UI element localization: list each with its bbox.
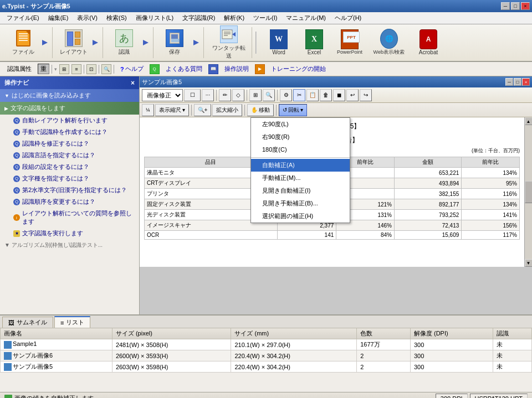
menu-view[interactable]: 表示(V) xyxy=(73,13,102,23)
layout-label: レイアウト xyxy=(60,48,88,56)
ops-section-2[interactable]: ▶ 文字の認識をします xyxy=(0,102,139,115)
ops-item-2-bullet: Q xyxy=(13,141,20,147)
ops-item-9-label: 文字認識を実行します xyxy=(22,229,83,237)
dd-item-manualcorrect[interactable]: 手動補正(M)... xyxy=(251,172,350,184)
sub-train-icon[interactable]: ▶ xyxy=(255,64,265,74)
img-recog-btn[interactable]: ⊞ xyxy=(249,89,262,101)
acrobat-button[interactable]: A Acrobat xyxy=(413,28,444,57)
maximize-button[interactable]: □ xyxy=(511,2,520,10)
title-bar: e.Typist - サンプル画像5 ─ □ × xyxy=(0,0,532,12)
img-maximize-btn[interactable]: □ xyxy=(514,78,521,86)
img-scale-btn[interactable]: 表示縮尺 ▾ xyxy=(155,104,189,116)
img-tool7-btn[interactable]: ↪ xyxy=(360,89,372,101)
tab-list[interactable]: ≡ リスト xyxy=(54,316,90,328)
image-mode-select[interactable]: 画像修正 xyxy=(142,89,183,101)
sub-view-btn[interactable]: ⊡ xyxy=(86,64,96,74)
img-tool1-btn[interactable]: ⚙ xyxy=(280,89,292,101)
rotate-dropdown-icon: ▾ xyxy=(300,107,303,113)
list-item[interactable]: Sample12481(W) × 3508(H)210.1(W) × 297.0… xyxy=(1,339,532,350)
dd-item-autocorrect[interactable]: 自動補正(A) xyxy=(251,159,350,172)
menu-edit[interactable]: 編集(E) xyxy=(44,13,73,23)
img-zoom-btn[interactable]: 🔍 xyxy=(263,89,275,101)
img-tool4-btn[interactable]: 🗑 xyxy=(320,89,332,101)
ops-item-7[interactable]: Q 認識順序を変更するには？ xyxy=(0,196,139,208)
menu-imagelist[interactable]: 画像リスト(L) xyxy=(131,13,178,23)
web-button[interactable]: 🌐 Web表示/検索 xyxy=(370,28,408,57)
dd-item-selection-correct[interactable]: 選択範囲の補正(H) xyxy=(251,210,350,223)
faq-btn[interactable]: よくある質問 xyxy=(162,63,206,75)
minimize-button[interactable]: ─ xyxy=(501,2,510,10)
dd-item-spread-auto[interactable]: 見開き自動補正(I) xyxy=(251,184,350,197)
recog-button[interactable]: あ 認識 xyxy=(109,28,140,57)
scroll-up-btn[interactable]: ▲ xyxy=(525,117,533,125)
menu-help[interactable]: ヘルプ(H) xyxy=(330,13,366,23)
onetouch-button[interactable]: ワンタッチ転送 xyxy=(209,28,248,57)
tab-thumbnail[interactable]: 🖼 サムネイル xyxy=(2,317,53,328)
manual-btn[interactable]: 操作説明 xyxy=(221,63,253,75)
ops-item-9[interactable]: ★ 文字認識を実行します xyxy=(0,228,139,239)
weight-btn[interactable]: 重 xyxy=(38,64,49,74)
dd-item-left90[interactable]: 左90度(L) xyxy=(251,118,350,131)
help-btn[interactable]: ? ヘルプ xyxy=(116,63,147,75)
img-sep-5 xyxy=(244,105,245,116)
img-tool5-btn[interactable]: ◼ xyxy=(333,89,345,101)
ops-section-1[interactable]: ▼ はじめに画像を読み込みます xyxy=(0,89,139,102)
ops-panel-close[interactable]: × xyxy=(131,79,135,87)
img-minimize-btn[interactable]: ─ xyxy=(505,78,513,86)
img-rotate-btn[interactable]: ↺ 回転 ▾ xyxy=(279,104,307,116)
close-button[interactable]: × xyxy=(521,2,530,10)
sub-grid-btn[interactable]: ⊞ xyxy=(59,64,69,74)
list-item[interactable]: サンプル画像62600(W) × 3593(H)220.4(W) × 304.2… xyxy=(1,350,532,361)
training-btn[interactable]: トレーニングの開始 xyxy=(267,63,330,75)
menu-analyze[interactable]: 解析(K) xyxy=(219,13,249,23)
img-sep-3 xyxy=(277,90,278,101)
img-hand-btn[interactable]: ✋ 移動 xyxy=(247,104,274,116)
recog-prop-btn[interactable]: 認識属性 xyxy=(3,63,35,75)
img-dots-btn[interactable]: ··· xyxy=(202,89,214,101)
scroll-down-btn[interactable]: ▼ xyxy=(525,259,533,267)
img-tool3-btn[interactable]: 📋 xyxy=(306,89,319,101)
list-item[interactable]: サンプル画像52603(W) × 3598(H)220.4(W) × 304.2… xyxy=(1,361,532,373)
excel-button[interactable]: X Excel xyxy=(299,28,330,57)
ops-item-2[interactable]: Q 認識枠を修正するには？ xyxy=(0,138,139,149)
img-pencil-btn[interactable]: ✏ xyxy=(219,89,231,101)
img-fraction-btn[interactable]: ¼ xyxy=(142,104,154,116)
img-tool2-btn[interactable]: ✂ xyxy=(293,89,305,101)
dd-item-right90[interactable]: 右90度(R) xyxy=(251,131,350,143)
word-button[interactable]: W Word xyxy=(263,28,294,57)
menu-file[interactable]: ファイル(E) xyxy=(2,13,44,23)
vertical-scrollbar[interactable]: ▲ ▼ xyxy=(524,117,532,267)
ops-item-0-bullet: Q xyxy=(13,117,20,124)
ops-scroll-more[interactable]: ▼ アルゴリズム別(枠無し\認識テスト... xyxy=(0,239,139,251)
menu-search[interactable]: 検索(S) xyxy=(102,13,131,23)
sub-list-btn[interactable]: ≡ xyxy=(71,64,81,74)
img-shape-btn[interactable]: ◇ xyxy=(232,89,244,101)
img-select-btn[interactable]: ☐ xyxy=(184,89,201,101)
menu-manual[interactable]: マニュアル(M) xyxy=(282,13,330,23)
ppt-button[interactable]: PPT PowerPoint xyxy=(334,28,365,57)
layout-button[interactable]: レイアウト xyxy=(58,28,89,57)
ops-item-1[interactable]: Q 手動で認識枠を作成するには？ xyxy=(0,126,139,138)
save-button[interactable]: 保存 xyxy=(159,28,190,57)
sub-zoom-btn[interactable]: 🔍 xyxy=(101,64,111,74)
ops-item-3[interactable]: Q 認識言語を指定するには？ xyxy=(0,149,139,161)
menu-ocr[interactable]: 文字認識(R) xyxy=(178,13,219,23)
file-button[interactable]: ファイル xyxy=(8,28,39,57)
img-zoomin-btn[interactable]: 🔍+ xyxy=(194,104,212,116)
ops-item-8[interactable]: i レイアウト解析についての質問を参照します xyxy=(0,208,139,228)
img-zoomout-btn[interactable]: 拡大縮小 xyxy=(212,104,242,116)
dd-item-180[interactable]: 180度(C) xyxy=(251,143,350,156)
ops-item-5[interactable]: Q 文字種を指定するには？ xyxy=(0,173,139,184)
img-tool6-btn[interactable]: ↩ xyxy=(346,89,359,101)
ops-item-0[interactable]: Q 自動レイアウト解析を行います xyxy=(0,115,139,126)
dd-item-spread-manual[interactable]: 見開き手動補正(B)... xyxy=(251,197,350,210)
menu-tools[interactable]: ツール(I) xyxy=(249,13,282,23)
ops-item-4[interactable]: Q 段組の設定をするには？ xyxy=(0,161,139,173)
sub-faq-icon[interactable]: Q xyxy=(150,64,160,74)
main-toolbar: ファイル レイアウト xyxy=(0,24,532,62)
img-close-btn[interactable]: × xyxy=(522,78,530,86)
sub-manual-icon[interactable]: 📖 xyxy=(208,64,218,74)
table-row: OCR14184%15,609117% xyxy=(145,231,520,240)
ops-item-6[interactable]: Q 第2水準文字(旧漢字)を指定するには？ xyxy=(0,184,139,196)
scroll-thumb[interactable] xyxy=(525,181,533,203)
